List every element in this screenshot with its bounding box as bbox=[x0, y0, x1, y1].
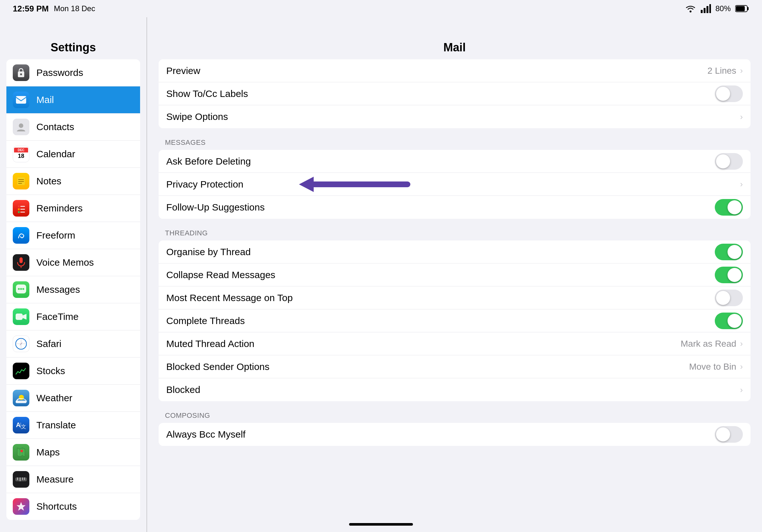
status-date: Mon 18 Dec bbox=[54, 4, 95, 13]
svg-rect-7 bbox=[736, 6, 745, 11]
sidebar-item-stocks[interactable]: Stocks bbox=[6, 358, 140, 385]
row-label-most-recent: Most Recent Message on Top bbox=[166, 293, 293, 303]
stocks-icon bbox=[13, 363, 29, 379]
settings-row-preview[interactable]: Preview2 Lines› bbox=[159, 59, 750, 82]
settings-row-privacy-protection[interactable]: Privacy Protection› bbox=[159, 173, 750, 196]
svg-rect-22 bbox=[20, 257, 23, 263]
sidebar-item-messages[interactable]: Messages bbox=[6, 276, 140, 303]
sidebar-item-shortcuts[interactable]: Shortcuts bbox=[6, 493, 140, 520]
sidebar-item-reminders[interactable]: Reminders bbox=[6, 195, 140, 222]
row-label-complete-threads: Complete Threads bbox=[166, 315, 245, 326]
sidebar-item-freeform[interactable]: Freeform bbox=[6, 222, 140, 249]
settings-row-follow-up[interactable]: Follow-Up Suggestions bbox=[159, 196, 750, 219]
sidebar-item-safari[interactable]: Safari bbox=[6, 330, 140, 358]
sidebar-item-mail[interactable]: Mail bbox=[6, 87, 140, 113]
svg-rect-4 bbox=[709, 4, 711, 13]
settings-group-threading: Organise by ThreadCollapse Read Messages… bbox=[159, 240, 750, 401]
sidebar-item-notes[interactable]: Notes bbox=[6, 168, 140, 195]
row-label-blocked-sender: Blocked Sender Options bbox=[166, 362, 269, 372]
toggle-most-recent[interactable] bbox=[715, 290, 743, 306]
sidebar-item-measure[interactable]: Measure bbox=[6, 466, 140, 493]
chevron-swipe-options: › bbox=[740, 112, 743, 122]
sidebar-item-label-safari: Safari bbox=[37, 338, 61, 349]
sidebar-item-label-mail: Mail bbox=[37, 95, 54, 105]
svg-rect-1 bbox=[701, 10, 703, 13]
sidebar-item-weather[interactable]: Weather bbox=[6, 385, 140, 412]
svg-rect-6 bbox=[747, 7, 749, 10]
sidebar-item-facetime[interactable]: FaceTime bbox=[6, 303, 140, 330]
contacts-icon bbox=[13, 119, 29, 135]
toggle-ask-before-deleting[interactable] bbox=[715, 153, 743, 170]
settings-row-muted-thread[interactable]: Muted Thread ActionMark as Read› bbox=[159, 332, 750, 355]
settings-row-organise-thread[interactable]: Organise by Thread bbox=[159, 240, 750, 263]
row-right-collapse-read bbox=[715, 267, 743, 283]
sidebar-item-calendar[interactable]: DEC18Calendar bbox=[6, 141, 140, 168]
sidebar-item-label-shortcuts: Shortcuts bbox=[37, 501, 77, 512]
svg-marker-45 bbox=[17, 502, 26, 511]
row-right-organise-thread bbox=[715, 244, 743, 260]
sidebar-item-label-reminders: Reminders bbox=[37, 203, 83, 214]
toggle-show-tocc[interactable] bbox=[715, 86, 743, 102]
row-value-muted-thread: Mark as Read bbox=[681, 339, 736, 349]
svg-point-16 bbox=[18, 205, 20, 207]
svg-point-34 bbox=[19, 395, 24, 400]
row-label-show-tocc: Show To/Cc Labels bbox=[166, 88, 248, 99]
settings-row-collapse-read[interactable]: Collapse Read Messages bbox=[159, 263, 750, 287]
row-label-ask-before-deleting: Ask Before Deleting bbox=[166, 156, 251, 167]
settings-row-blocked[interactable]: Blocked› bbox=[159, 378, 750, 401]
svg-point-0 bbox=[690, 11, 692, 13]
toggle-organise-thread[interactable] bbox=[715, 244, 743, 260]
toggle-collapse-read[interactable] bbox=[715, 267, 743, 283]
battery-percent: 80% bbox=[716, 4, 731, 13]
sidebar-item-voicememos[interactable]: Voice Memos bbox=[6, 249, 140, 276]
svg-text:A: A bbox=[16, 421, 21, 428]
svg-point-39 bbox=[21, 450, 23, 452]
sidebar-item-label-contacts: Contacts bbox=[37, 121, 74, 132]
row-label-organise-thread: Organise by Thread bbox=[166, 246, 251, 257]
sidebar-item-passwords[interactable]: Passwords bbox=[6, 59, 140, 87]
notes-icon bbox=[13, 173, 29, 189]
calendar-icon: DEC18 bbox=[13, 146, 29, 162]
settings-row-most-recent[interactable]: Most Recent Message on Top bbox=[159, 287, 750, 309]
section-header-messages: MESSAGES bbox=[159, 131, 750, 150]
row-right-follow-up bbox=[715, 199, 743, 216]
toggle-always-bcc[interactable] bbox=[715, 426, 743, 443]
sidebar-title: Settings bbox=[0, 34, 146, 59]
battery-icon bbox=[735, 5, 749, 13]
svg-point-18 bbox=[18, 211, 20, 213]
translate-icon: A文 bbox=[13, 417, 29, 433]
row-label-blocked: Blocked bbox=[166, 384, 200, 395]
toggle-complete-threads[interactable] bbox=[715, 312, 743, 329]
sidebar-item-translate[interactable]: A文Translate bbox=[6, 412, 140, 439]
svg-point-11 bbox=[19, 123, 23, 128]
sidebar-item-maps[interactable]: Maps bbox=[6, 439, 140, 466]
row-label-swipe-options: Swipe Options bbox=[166, 111, 228, 122]
sidebar-item-label-facetime: FaceTime bbox=[37, 311, 79, 322]
svg-point-25 bbox=[18, 288, 20, 290]
toggle-knob-organise-thread bbox=[727, 245, 741, 259]
svg-text:文: 文 bbox=[21, 424, 26, 429]
toggle-knob-show-tocc bbox=[716, 87, 730, 101]
mail-icon bbox=[13, 92, 29, 108]
settings-row-blocked-sender[interactable]: Blocked Sender OptionsMove to Bin› bbox=[159, 355, 750, 378]
chevron-preview: › bbox=[740, 66, 743, 76]
messages-icon bbox=[13, 281, 29, 298]
toggle-knob-complete-threads bbox=[727, 314, 741, 328]
svg-rect-3 bbox=[707, 6, 708, 13]
section-header-threading: THREADING bbox=[159, 221, 750, 240]
sidebar-item-label-freeform: Freeform bbox=[37, 230, 75, 241]
settings-row-swipe-options[interactable]: Swipe Options› bbox=[159, 105, 750, 128]
sidebar-item-contacts[interactable]: Contacts bbox=[6, 113, 140, 141]
chevron-muted-thread: › bbox=[740, 339, 743, 349]
settings-row-complete-threads[interactable]: Complete Threads bbox=[159, 309, 750, 332]
chevron-privacy-protection: › bbox=[740, 179, 743, 189]
svg-rect-40 bbox=[15, 478, 27, 481]
settings-row-show-tocc[interactable]: Show To/Cc Labels bbox=[159, 82, 750, 105]
settings-row-always-bcc[interactable]: Always Bcc Myself bbox=[159, 423, 750, 446]
toggle-follow-up[interactable] bbox=[715, 199, 743, 216]
sidebar: Settings PasswordsMailContactsDEC18Calen… bbox=[0, 17, 147, 532]
settings-row-ask-before-deleting[interactable]: Ask Before Deleting bbox=[159, 150, 750, 173]
section-composing: COMPOSINGAlways Bcc Myself bbox=[159, 404, 750, 446]
sidebar-item-label-stocks: Stocks bbox=[37, 366, 65, 376]
svg-rect-35 bbox=[16, 401, 27, 403]
